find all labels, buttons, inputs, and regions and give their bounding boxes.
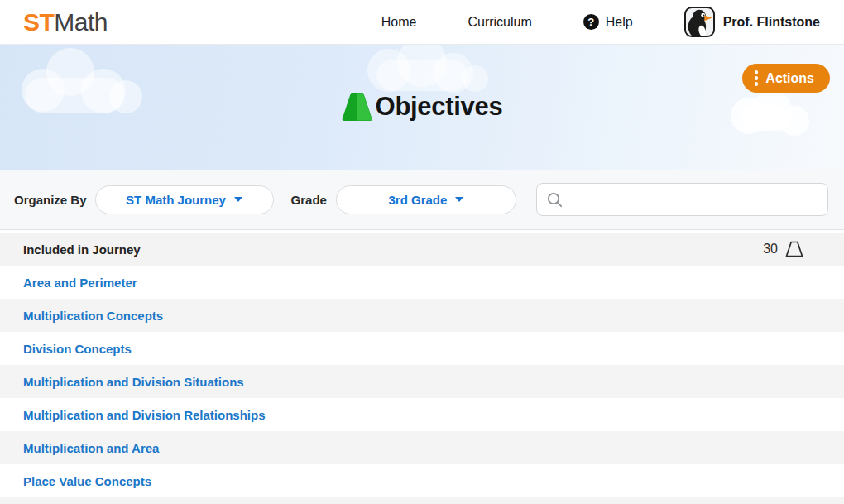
page-title-group: Objectives [342,91,503,122]
trapezoid-outline-icon [784,239,804,259]
list-item[interactable]: Multiplication and Area [0,431,844,464]
kebab-menu-icon [755,70,759,86]
filter-toolbar: Organize By ST Math Journey Grade 3rd Gr… [0,170,844,230]
chevron-down-icon [234,197,242,202]
objective-link[interactable]: Multiplication and Division Relationship… [23,408,266,422]
grade-dropdown[interactable]: 3rd Grade [336,185,516,214]
page-title: Objectives [376,92,503,122]
list-item[interactable]: Multiplication and Division Relationship… [0,398,844,431]
grade-label: Grade [291,193,327,207]
help-label: Help [606,15,633,30]
objective-count: 30 [763,242,778,257]
list-item[interactable]: Multiplication and Division Situations [0,365,844,398]
objective-link[interactable]: Division Concepts [23,342,132,356]
page-header-banner: Objectives Actions [0,45,844,170]
objective-link[interactable]: Place Value Concepts [23,474,151,488]
organize-by-label: Organize By [14,193,87,207]
objective-link[interactable]: Area and Perimeter [23,276,137,290]
nav-item-help[interactable]: ? Help [583,14,633,30]
top-navigation-bar: STMath Home Curriculum ? Help Prof. Flin… [0,0,844,45]
objectives-list: Included in Journey 30 Area and Perimete… [0,233,844,504]
actions-button-label: Actions [765,71,814,86]
organize-by-value: ST Math Journey [126,193,226,207]
nav-item-home[interactable]: Home [381,15,417,30]
stmath-logo[interactable]: STMath [23,8,108,36]
list-item[interactable]: Division Concepts [0,332,844,365]
profile-name: Prof. Flintstone [723,15,820,30]
objective-link[interactable]: Multiplication Concepts [23,309,163,323]
grade-value: 3rd Grade [388,193,447,207]
objective-link[interactable]: Multiplication and Division Situations [23,375,244,389]
nav-links: Home Curriculum ? Help Prof. Flintstone [381,7,820,37]
objective-link[interactable]: Multiplication and Area [23,441,159,455]
chevron-down-icon [455,197,463,202]
profile-menu[interactable]: Prof. Flintstone [684,7,820,37]
list-item[interactable]: Multiplication Concepts [0,299,844,332]
list-section-header: Included in Journey 30 [0,233,844,266]
search-input[interactable] [570,193,819,207]
help-question-icon: ? [583,14,599,30]
objective-trapezoid-icon [342,91,373,122]
list-item[interactable]: Place Value Concepts [0,464,844,497]
organize-by-dropdown[interactable]: ST Math Journey [95,185,274,214]
list-item[interactable]: Area and Perimeter [0,266,844,299]
section-header-label: Included in Journey [23,242,141,257]
logo-st-text: ST [23,8,54,36]
search-icon [546,191,563,209]
avatar-penguin-icon [684,7,715,37]
list-item-partial[interactable] [0,497,844,504]
actions-button[interactable]: Actions [742,64,830,93]
section-header-count-group: 30 [763,239,804,259]
search-box[interactable] [536,183,828,216]
logo-math-text: Math [54,8,108,36]
nav-item-curriculum[interactable]: Curriculum [468,15,531,30]
